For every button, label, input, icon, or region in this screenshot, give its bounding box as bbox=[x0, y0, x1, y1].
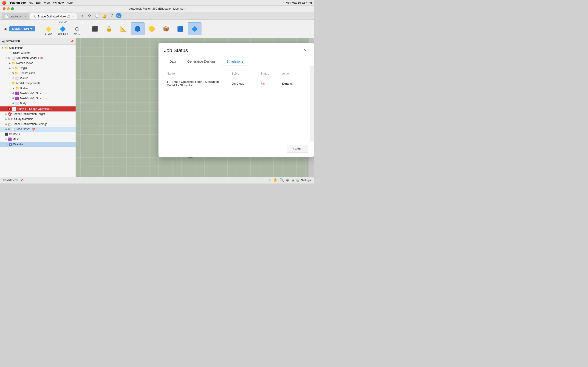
tree-results[interactable]: ⚠ ■ Results bbox=[0, 142, 76, 147]
browser-pin-icon[interactable]: 📌 bbox=[70, 40, 74, 43]
apple-icon[interactable]: 🍎 bbox=[2, 0, 6, 5]
origin-eye-icon[interactable]: 👁 bbox=[11, 67, 14, 70]
close-dialog-button[interactable]: Close bbox=[287, 145, 308, 153]
close-window-button[interactable] bbox=[3, 7, 6, 10]
tree-sim-model[interactable]: ▼ 👁 📋 Simulation Model 1 🎯 bbox=[0, 56, 76, 60]
sync-button[interactable]: ⟳ bbox=[86, 12, 93, 19]
menu-edit[interactable]: Edit bbox=[36, 1, 41, 4]
study-materials-eye-icon[interactable]: 👁 bbox=[8, 117, 10, 121]
tree-simulations[interactable]: ▼ 📁 Simulations bbox=[0, 45, 76, 50]
toolbar-btn-2[interactable]: 🔒 bbox=[102, 23, 116, 35]
tree-body1[interactable]: 👁 ⬜ Body1 bbox=[0, 101, 76, 106]
sidebar-toggle-button[interactable]: ◀ bbox=[2, 26, 8, 32]
load-case1-eye-icon[interactable]: 👁 bbox=[8, 127, 10, 131]
tree-study-materials[interactable]: ▶ 👁 ⊞ Study Materials bbox=[0, 117, 76, 122]
display-icon[interactable]: 🖥 bbox=[291, 178, 294, 182]
toolbar-btn-6[interactable]: 📦 bbox=[159, 23, 173, 35]
simplify-button[interactable]: 🔷 SIMPLIFY bbox=[56, 24, 70, 37]
maximize-window-button[interactable] bbox=[11, 7, 14, 10]
toolbar-btn-7[interactable]: 🟦 bbox=[173, 23, 187, 35]
body1-eye-icon[interactable]: 👁 bbox=[12, 102, 15, 105]
study-materials-expand-icon[interactable]: ▶ bbox=[5, 117, 8, 121]
settings-label[interactable]: Settings bbox=[301, 179, 311, 182]
browser-toggle-icon[interactable]: ◀ bbox=[2, 40, 4, 43]
grid-icon[interactable]: ⊞ bbox=[296, 178, 299, 182]
tree-shape-opt-target[interactable]: ▶ 🎯 Shape Optimization Target bbox=[0, 111, 76, 117]
plane1-icon: ⬜ bbox=[15, 76, 19, 80]
browser-panel: ◀ BROWSER 📌 ▼ 📁 Simulations 📄 Units: Cus… bbox=[0, 38, 76, 177]
tree-origin[interactable]: ▶ 👁 📁 Origin bbox=[0, 66, 76, 71]
tab-simulations[interactable]: Simulations bbox=[221, 57, 249, 66]
menu-window[interactable]: Window bbox=[53, 1, 64, 4]
tab-hook[interactable]: 🔧 Shape Optimized Hook v2 ✕ bbox=[30, 13, 77, 19]
tree-load-case1[interactable]: ▶ 👁 📋 Load Case1 🎯 bbox=[0, 127, 76, 132]
bodies-expand-icon[interactable]: ▼ bbox=[12, 87, 15, 90]
mat-button[interactable]: ⬡ MAT... bbox=[70, 24, 84, 37]
shape-opt-target-expand-icon[interactable]: ▶ bbox=[5, 112, 8, 116]
toolbar-btn-8[interactable]: 🔷 bbox=[188, 23, 201, 35]
tree-model-components[interactable]: ▼ 📁 Model Components bbox=[0, 81, 76, 86]
menu-view[interactable]: View bbox=[44, 1, 50, 4]
menu-file[interactable]: File bbox=[28, 1, 33, 4]
new-tab-button[interactable]: ＋ bbox=[79, 12, 86, 19]
move-icon[interactable]: ✛ bbox=[268, 178, 271, 182]
account-button[interactable]: KC bbox=[116, 13, 121, 18]
tree-meshbody1[interactable]: 👁 🟪 MeshBody1_Stuc... ⚠ bbox=[0, 91, 76, 96]
meshbody1-label: MeshBody1_Stuc... bbox=[20, 92, 44, 95]
load-case1-expand-icon[interactable]: ▶ bbox=[5, 127, 8, 131]
tree-bodies[interactable]: ▼ 📁 Bodies bbox=[0, 86, 76, 91]
comments-pin-icon[interactable]: 📌 bbox=[20, 179, 23, 181]
sim-model-eye-icon[interactable]: 👁 bbox=[8, 56, 10, 60]
toolbar-btn-1[interactable]: ⬛ bbox=[88, 23, 102, 35]
tree-meshbody2[interactable]: 👁 🟪 MeshBody2_Stuc... ⚠ bbox=[0, 96, 76, 101]
minimize-window-button[interactable] bbox=[7, 7, 10, 10]
origin-expand-icon[interactable]: ▶ bbox=[8, 67, 11, 70]
menu-help[interactable]: Help bbox=[66, 1, 73, 4]
named-views-expand-icon[interactable]: ▶ bbox=[8, 61, 11, 65]
tree-construction[interactable]: ▼ 👁 📁 Construction bbox=[0, 71, 76, 76]
clock-button[interactable]: 🕐 bbox=[94, 12, 100, 19]
zoom-fit-icon[interactable]: ⊕ bbox=[286, 178, 289, 182]
shape-opt-settings-expand-icon[interactable]: ▶ bbox=[5, 123, 8, 126]
meshbody2-eye-icon[interactable]: 👁 bbox=[12, 97, 15, 100]
tree-study1[interactable]: ▼ ! 📊 Study 1 – Shape Optimizat... bbox=[0, 106, 76, 111]
help-button[interactable]: ? bbox=[109, 12, 115, 19]
tab-hook-close[interactable]: ✕ bbox=[72, 15, 74, 18]
tab-bracket[interactable]: 📄 bracket v4 ✕ bbox=[2, 13, 29, 19]
tree-units[interactable]: 📄 Units: Custom bbox=[0, 50, 76, 56]
tree-plane1[interactable]: 👁 ⬜ Plane1 bbox=[0, 76, 76, 81]
status-bar: COMMENTS 📌 ✛ ✋ 🔍 ⊕ 🖥 ⊞ Settings bbox=[0, 177, 314, 184]
study1-error-badge: ! bbox=[8, 107, 11, 110]
tab-generative-designs[interactable]: Generative Designs bbox=[182, 57, 221, 66]
tree-shape-opt-settings[interactable]: ▶ 📋 Shape Optimization Settings bbox=[0, 122, 76, 127]
meshbody1-eye-icon[interactable]: 👁 bbox=[12, 92, 15, 95]
model-comp-expand-icon[interactable]: ▼ bbox=[8, 82, 11, 85]
toolbar-btn-4[interactable]: 🔵 bbox=[131, 23, 145, 35]
simulations-expand-icon[interactable]: ▼ bbox=[1, 46, 4, 50]
dialog-close-button[interactable]: ✕ bbox=[302, 47, 308, 54]
mesh-eye-icon[interactable]: 👁 bbox=[5, 138, 7, 141]
plane1-eye-icon[interactable]: 👁 bbox=[12, 77, 15, 80]
hand-icon[interactable]: ✋ bbox=[273, 178, 278, 182]
tab-bracket-close[interactable]: ✕ bbox=[25, 15, 26, 18]
sim-model-expand-icon[interactable]: ▼ bbox=[5, 56, 8, 60]
tree-contacts[interactable]: ⬛ Contacts bbox=[0, 132, 76, 137]
notification-button[interactable]: 🔔 bbox=[101, 12, 108, 19]
tree-mesh[interactable]: 👁 🟪 Mesh bbox=[0, 137, 76, 142]
zoom-icon[interactable]: 🔍 bbox=[279, 178, 284, 182]
tb5-icon: 🟡 bbox=[149, 26, 155, 32]
study-materials-label: Study Materials bbox=[14, 117, 33, 121]
simulations-folder-icon: 📁 bbox=[4, 46, 8, 50]
construction-expand-icon[interactable]: ▼ bbox=[8, 72, 11, 75]
tab-data[interactable]: Data bbox=[164, 57, 182, 66]
app-name[interactable]: Fusion 360 bbox=[10, 1, 26, 4]
job-details-button[interactable]: Details bbox=[282, 82, 292, 85]
row-expand-arrow[interactable]: ▶ bbox=[167, 80, 169, 83]
toolbar-btn-5[interactable]: 🟡 bbox=[145, 23, 159, 35]
tree-named-views[interactable]: ▶ 📁 Named Views bbox=[0, 60, 76, 66]
study-button[interactable]: 🌟 STUDY bbox=[42, 24, 56, 37]
toolbar-btn-3[interactable]: 📐 bbox=[116, 23, 130, 35]
study1-expand-icon[interactable]: ▼ bbox=[5, 107, 8, 110]
construction-eye-icon[interactable]: 👁 bbox=[11, 72, 14, 75]
simulation-dropdown-button[interactable]: SIMULATION ▼ bbox=[9, 26, 35, 31]
